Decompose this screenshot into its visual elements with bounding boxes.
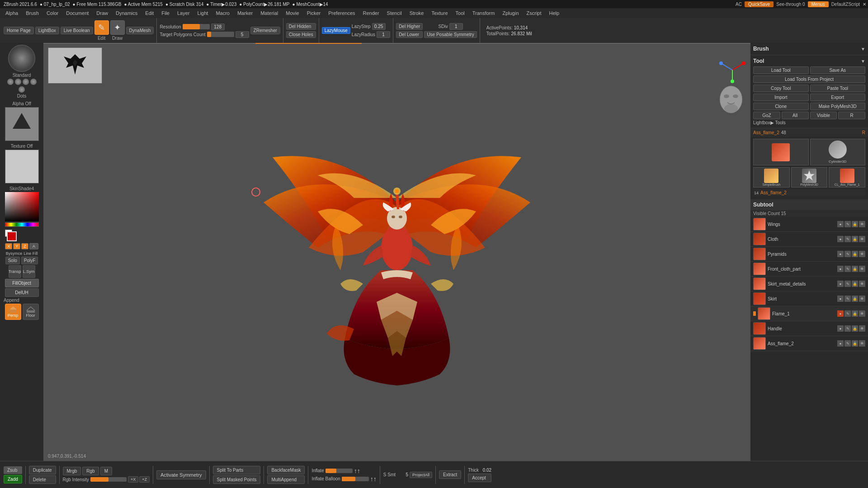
color-picker[interactable] xyxy=(5,192,39,221)
front-cloth-edit-btn[interactable]: ✎ xyxy=(844,266,851,272)
rgb-intensity-slider[interactable] xyxy=(90,477,127,482)
inflate-arrow-up[interactable]: ↑↑ xyxy=(354,467,360,474)
cloth-edit-btn[interactable]: ✎ xyxy=(844,236,851,242)
home-page-btn[interactable]: Home Page xyxy=(4,27,34,34)
lazy-mouse-btn[interactable]: LazyMouse xyxy=(322,27,350,34)
delete-btn[interactable]: Delete xyxy=(29,475,56,484)
menu-movie[interactable]: Movie xyxy=(282,9,302,17)
menus-btn[interactable]: Menus xyxy=(808,1,829,7)
z-btn[interactable]: Z xyxy=(21,243,28,249)
menu-layer[interactable]: Layer xyxy=(174,9,193,17)
menu-tool[interactable]: Tool xyxy=(452,9,468,17)
tool-thumb-clay[interactable] xyxy=(753,139,809,165)
wings-vis-btn[interactable]: ● xyxy=(837,221,844,227)
handle-lock-btn[interactable]: 🔒 xyxy=(852,325,858,332)
pyramids-lock-btn[interactable]: 🔒 xyxy=(852,251,858,257)
zremesher-btn[interactable]: ZRemesher xyxy=(250,27,280,34)
solo-btn[interactable]: Solo xyxy=(5,257,20,264)
multi-append-btn[interactable]: MultiAppend xyxy=(267,475,305,484)
goz-btn[interactable]: GoZ xyxy=(753,112,780,119)
bottom-y-btn[interactable]: +Z xyxy=(139,476,150,483)
save-as-btn[interactable]: Save As xyxy=(810,66,866,74)
inflate-balloon-slider[interactable] xyxy=(342,477,369,481)
visible-btn[interactable]: Visible xyxy=(810,112,837,119)
pyramids-edit-btn[interactable]: ✎ xyxy=(844,251,851,257)
ass-flame2-vis-btn[interactable]: ● xyxy=(837,340,844,347)
backface-mask-btn[interactable]: BackfaceMask xyxy=(267,466,305,474)
wings-eye-btn[interactable]: 👁 xyxy=(859,221,865,227)
subtool-handle[interactable]: Handle ● ✎ 🔒 👁 xyxy=(750,321,868,336)
mrgb-btn[interactable]: Mrgb xyxy=(63,467,81,475)
s-smt-value[interactable]: 5 xyxy=(397,472,408,477)
target-poly-slider[interactable] xyxy=(207,32,234,37)
menu-stencil[interactable]: Stencil xyxy=(383,9,406,17)
skirt-eye-btn[interactable]: 👁 xyxy=(859,296,865,302)
tool-thumb-cylinder[interactable]: Cylinder3D xyxy=(810,139,866,165)
lsym-btn[interactable]: L.Sym xyxy=(23,265,35,278)
brush-dot-2[interactable] xyxy=(15,79,21,85)
skirt-metal-eye-btn[interactable]: 👁 xyxy=(859,281,865,287)
zadd-btn[interactable]: Zadd xyxy=(4,475,22,483)
subtool-skirt-metal[interactable]: Skirt_metal_details ● ✎ 🔒 👁 xyxy=(750,277,868,291)
canvas-area[interactable]: 0.947,0.391,-0.514 xyxy=(43,43,750,461)
transp-btn[interactable]: Transp xyxy=(9,265,21,278)
menu-preferences[interactable]: Preferences xyxy=(325,9,359,17)
menu-light[interactable]: Light xyxy=(194,9,212,17)
handle-vis-btn[interactable]: ● xyxy=(837,325,844,332)
lazy-step-value[interactable]: 0.25 xyxy=(372,23,386,30)
use-posable-symmetry-btn[interactable]: Use Posable Symmetry xyxy=(424,31,476,38)
front-cloth-vis-btn[interactable]: ● xyxy=(837,266,844,272)
brush-preview[interactable] xyxy=(8,45,35,72)
skirt-metal-lock-btn[interactable]: 🔒 xyxy=(852,281,858,287)
flame1-eye-btn[interactable]: 👁 xyxy=(859,310,865,317)
tool-expand-icon[interactable]: ▼ xyxy=(861,59,865,64)
quick-save-btn[interactable]: QuickSave xyxy=(745,1,774,7)
subtool-flame1[interactable]: Flame_1 ● ✎ 🔒 👁 xyxy=(750,306,868,321)
del-hidden-btn[interactable]: Del Hidden xyxy=(286,23,316,30)
menu-stroke[interactable]: Stroke xyxy=(406,9,428,17)
dyna-mesh-btn[interactable]: DynaMesh xyxy=(126,27,154,34)
accept-btn[interactable]: Accept xyxy=(468,474,491,482)
brush-dot-3[interactable] xyxy=(23,79,29,85)
texture-preview[interactable] xyxy=(5,150,39,183)
color-hue-bar[interactable] xyxy=(5,222,39,227)
simple-brush-thumb[interactable]: SimpleBrush xyxy=(753,167,790,188)
load-tool-btn[interactable]: Load Tool xyxy=(753,66,809,74)
brush-dot-5[interactable] xyxy=(19,86,25,93)
menu-macro[interactable]: Macro xyxy=(212,9,233,17)
clone-btn[interactable]: Clone xyxy=(753,103,809,110)
del-lower-btn[interactable]: Del Lower xyxy=(396,31,423,38)
resolution-slider[interactable] xyxy=(183,24,210,29)
all-btn[interactable]: All xyxy=(782,112,809,119)
wings-edit-btn[interactable]: ✎ xyxy=(844,221,851,227)
paste-tool-btn[interactable]: Paste Tool xyxy=(810,84,866,92)
copy-tool-btn[interactable]: Copy Tool xyxy=(753,84,809,92)
menu-brush[interactable]: Brush xyxy=(22,9,42,17)
menu-document[interactable]: Document xyxy=(62,9,92,17)
cloth-lock-btn[interactable]: 🔒 xyxy=(852,236,858,242)
lightbox-btn[interactable]: LightBox xyxy=(35,27,59,34)
subtool-pyramids[interactable]: Pyramids ● ✎ 🔒 👁 xyxy=(750,247,868,262)
menu-picker[interactable]: Picker xyxy=(303,9,325,17)
front-cloth-lock-btn[interactable]: 🔒 xyxy=(852,266,858,272)
x-btn[interactable]: X xyxy=(5,243,12,249)
handle-eye-btn[interactable]: 👁 xyxy=(859,325,865,332)
project-all-btn[interactable]: ProjectAll xyxy=(410,472,432,478)
menu-texture[interactable]: Texture xyxy=(428,9,451,17)
floor-btn[interactable]: Floor xyxy=(23,304,39,320)
brush-dot-4[interactable] xyxy=(30,79,37,85)
persp-btn[interactable]: Persp xyxy=(5,304,21,320)
zsub-btn[interactable]: Zsub xyxy=(4,466,22,474)
sdiv-value[interactable]: 1 xyxy=(449,23,463,30)
menu-zscript[interactable]: Zscript xyxy=(523,9,545,17)
menu-draw[interactable]: Draw xyxy=(93,9,112,17)
draw-btn[interactable]: ✦ xyxy=(110,20,125,35)
front-cloth-eye-btn[interactable]: 👁 xyxy=(859,266,865,272)
lazy-radius-value[interactable]: 1 xyxy=(377,31,390,38)
inflate-balloon-arrow[interactable]: ↑↑ xyxy=(370,475,377,483)
flame1-lock-btn[interactable]: 🔒 xyxy=(852,310,858,317)
subtool-cloth[interactable]: Cloth ● ✎ 🔒 👁 xyxy=(750,232,868,247)
m-btn[interactable]: M xyxy=(100,467,112,475)
subtool-front-cloth-part[interactable]: Front_cloth_part ● ✎ 🔒 👁 xyxy=(750,262,868,277)
menu-color[interactable]: Color xyxy=(43,9,62,17)
